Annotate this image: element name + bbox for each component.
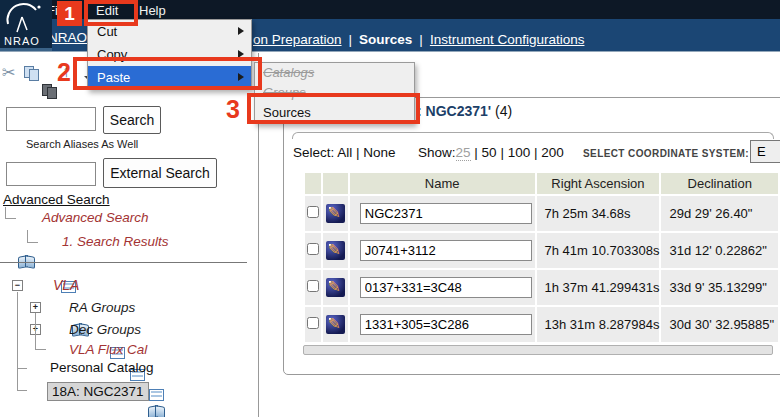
search-input[interactable]	[6, 107, 96, 131]
source-ra: 7h 25m 34.68s	[537, 196, 660, 231]
nav-current-sources: Sources	[359, 32, 412, 47]
external-search-button[interactable]: External Search	[103, 158, 217, 188]
tree-connector	[28, 242, 38, 243]
external-search-input[interactable]	[6, 162, 96, 186]
page-title: : NGC2371' (4)	[417, 103, 512, 119]
source-dec: 31d 12' 0.22862"	[661, 233, 778, 268]
submenu-item-sources[interactable]: Sources	[255, 103, 414, 123]
source-dec: 29d 29' 26.40"	[661, 196, 778, 231]
paste-submenu: Catalogs Groups Sources	[254, 62, 415, 124]
tree-connector	[17, 292, 18, 391]
menu-item-paste[interactable]: Paste	[88, 66, 251, 89]
tree-node-vla-flux-cal[interactable]: VLA Flux Cal	[69, 342, 147, 357]
row-checkbox[interactable]	[307, 243, 319, 255]
pipe-separator: |	[500, 145, 504, 160]
select-all-link[interactable]: All	[337, 145, 352, 160]
cut-icon[interactable]: ✂	[2, 63, 15, 82]
tree-connector	[36, 349, 46, 350]
expand-expander-icon[interactable]: +	[30, 302, 41, 313]
tree-node-search-results[interactable]: 1. Search Results	[62, 234, 169, 249]
tree-node-selected-catalog[interactable]: 18A: NGC2371	[47, 382, 149, 401]
nav-separator: |	[419, 32, 423, 47]
paste-icon[interactable]	[42, 84, 58, 100]
menu-help[interactable]: Help	[139, 3, 166, 18]
show-200-link[interactable]: 200	[541, 145, 564, 160]
submenu-item-groups: Groups	[255, 83, 414, 103]
tree-node-advanced-search[interactable]: Advanced Search	[42, 210, 149, 225]
pipe-separator: |	[534, 145, 538, 160]
table-horizontal-scrollbar[interactable]	[303, 345, 773, 355]
coordinate-system-button[interactable]: E	[750, 140, 780, 163]
nav-breadcrumb: on Preparation|Sources|Instrument Config…	[253, 30, 584, 48]
source-name-input[interactable]	[360, 277, 532, 298]
nav-link-nrao[interactable]: NRAO	[48, 30, 87, 45]
source-name-input[interactable]	[360, 314, 532, 335]
tree-node-personal-catalog[interactable]: Personal Catalog	[50, 360, 154, 375]
source-ra: 1h 37m 41.299431s	[537, 270, 660, 305]
show-100-link[interactable]: 100	[508, 145, 531, 160]
coordinate-system-label: SELECT COORDINATE SYSTEM:	[583, 148, 749, 159]
sources-table: Name Right Ascension Declination 7h 25m …	[303, 171, 780, 344]
source-ra: 13h 31m 8.287984s	[537, 307, 660, 342]
show-current: 25	[456, 145, 471, 161]
source-dec: 33d 9' 35.13299"	[661, 270, 778, 305]
catalog-book-icon	[148, 405, 165, 417]
tree-node-ra-groups[interactable]: RA Groups	[69, 300, 135, 315]
row-checkbox[interactable]	[307, 280, 319, 292]
up-arrow-icon[interactable]: ↑	[62, 62, 71, 82]
header-checkbox-col	[305, 173, 321, 194]
nav-link-observation-preparation[interactable]: on Preparation	[253, 32, 342, 47]
table-row: 7h 41m 10.703308s 31d 12' 0.22862"	[305, 233, 778, 268]
menu-edit[interactable]: Edit	[96, 3, 118, 18]
list-icon	[149, 389, 164, 401]
advanced-search-link[interactable]: Advanced Search	[3, 192, 110, 207]
menu-bar: File Edit Help	[0, 0, 780, 19]
source-ra: 7h 41m 10.703308s	[537, 233, 660, 268]
submenu-arrow-icon	[238, 73, 244, 81]
annotation-number-3: 3	[226, 95, 240, 124]
search-aliases-label: Search Aliases As Well	[26, 138, 138, 150]
tree-connector	[18, 368, 27, 369]
select-none-link[interactable]: None	[363, 145, 395, 160]
panel-top-scroll-edge	[292, 132, 774, 139]
table-row: 1h 37m 41.299431s 33d 9' 35.13299"	[305, 270, 778, 305]
header-declination: Declination	[661, 173, 778, 194]
copy-icon[interactable]	[24, 66, 40, 82]
nrao-logo-text: NRAO	[4, 35, 40, 47]
source-dec: 30d 30' 32.95885"	[661, 307, 778, 342]
tree-node-dec-groups[interactable]: Dec Groups	[69, 322, 141, 337]
table-header-row: Name Right Ascension Declination	[305, 173, 778, 194]
nav-link-instrument-configurations[interactable]: Instrument Configurations	[430, 32, 585, 47]
nav-separator: |	[349, 32, 353, 47]
pipe-separator: |	[474, 145, 478, 160]
submenu-item-catalogs: Catalogs	[255, 63, 414, 83]
edit-source-icon[interactable]	[326, 241, 345, 260]
source-name-input[interactable]	[360, 240, 532, 261]
source-name-input[interactable]	[360, 203, 532, 224]
tree-connector	[18, 390, 27, 391]
logo-strip	[0, 48, 52, 51]
radio-dish-icon	[3, 2, 49, 36]
tree-connector	[35, 313, 36, 350]
pipe-separator: |	[356, 145, 360, 160]
tree-node-vla[interactable]: VLA	[53, 277, 79, 293]
page-title-count: (4)	[495, 103, 512, 119]
header-right-ascension: Right Ascension	[537, 173, 660, 194]
collapse-expander-icon[interactable]: −	[12, 280, 23, 291]
search-button[interactable]: Search	[103, 106, 161, 134]
menu-item-cut[interactable]: Cut	[88, 20, 251, 43]
nrao-logo: NRAO	[0, 0, 52, 51]
tree-connector	[6, 218, 16, 219]
show-label: Show:	[418, 145, 456, 160]
opt-application-window: File Edit Help NRAO on Preparation|Sourc…	[0, 0, 780, 417]
table-row: 13h 31m 8.287984s 30d 30' 32.95885"	[305, 307, 778, 342]
table-row: 7h 25m 34.68s 29d 29' 26.40"	[305, 196, 778, 231]
edit-source-icon[interactable]	[326, 204, 345, 223]
edit-source-icon[interactable]	[326, 278, 345, 297]
row-checkbox[interactable]	[307, 317, 319, 329]
show-controls: Show:25 | 50 | 100 | 200	[418, 145, 564, 160]
edit-source-icon[interactable]	[326, 315, 345, 334]
show-50-link[interactable]: 50	[482, 145, 497, 160]
menu-item-copy[interactable]: Copy	[88, 43, 251, 66]
row-checkbox[interactable]	[307, 206, 319, 218]
